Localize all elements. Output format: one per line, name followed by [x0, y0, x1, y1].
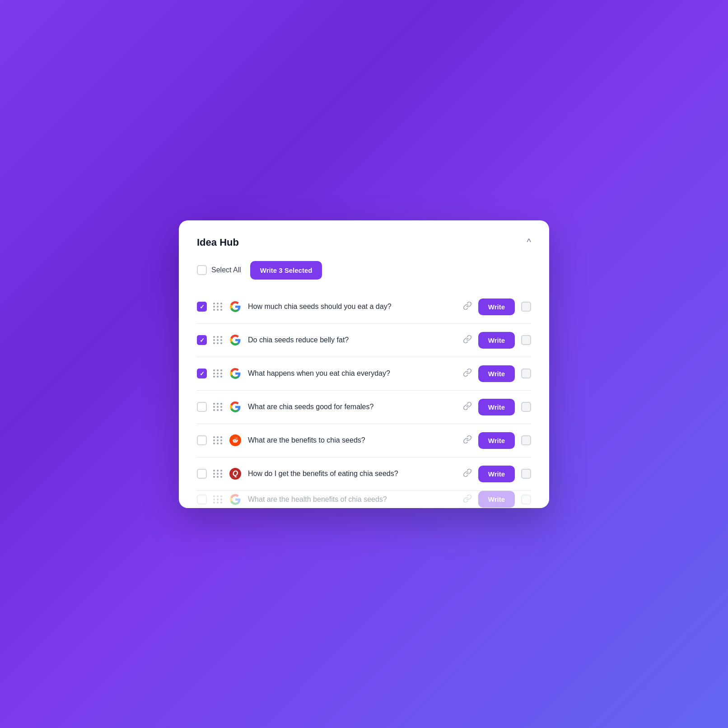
row-select-checkbox[interactable] [521, 435, 531, 445]
quora-logo: Q [229, 468, 241, 480]
write-button[interactable]: Write [478, 299, 515, 315]
row-select-checkbox[interactable] [521, 495, 531, 504]
row-select-checkbox[interactable] [521, 335, 531, 345]
drag-handle-icon [213, 369, 223, 378]
collapse-icon[interactable]: ^ [527, 237, 531, 247]
list-item: What are the health benefits of chia see… [197, 491, 531, 508]
row-select-checkbox[interactable] [521, 302, 531, 312]
select-all-checkbox[interactable] [197, 265, 207, 275]
drag-handle-icon [213, 436, 223, 444]
write-button[interactable]: Write [478, 466, 515, 482]
list-item: What are the benefits to chia seeds? Wri… [197, 424, 531, 457]
write-button[interactable]: Write [478, 491, 515, 508]
item-text: How much chia seeds should you eat a day… [248, 303, 457, 311]
google-icon [229, 401, 242, 413]
reddit-icon [229, 434, 242, 447]
drag-handle-icon [213, 495, 223, 504]
link-icon[interactable] [463, 494, 472, 505]
link-icon[interactable] [463, 368, 472, 379]
link-icon[interactable] [463, 335, 472, 345]
drag-handle-icon [213, 336, 223, 344]
idea-hub-card: Idea Hub ^ Select All Write 3 Selected H… [179, 220, 549, 508]
link-icon[interactable] [463, 301, 472, 312]
select-all-label: Select All [211, 266, 241, 274]
google-icon [229, 493, 242, 506]
quora-icon: Q [229, 467, 242, 480]
items-list: How much chia seeds should you eat a day… [197, 290, 531, 508]
item-checkbox[interactable] [197, 335, 207, 345]
card-header: Idea Hub ^ [197, 237, 531, 248]
item-checkbox[interactable] [197, 369, 207, 378]
list-item: Do chia seeds reduce belly fat? Write [197, 324, 531, 357]
toolbar: Select All Write 3 Selected [197, 261, 531, 280]
item-text: What are the health benefits of chia see… [248, 495, 457, 504]
write-button[interactable]: Write [478, 432, 515, 449]
item-text: How do I get the benefits of eating chia… [248, 470, 457, 478]
item-checkbox[interactable] [197, 495, 207, 504]
row-select-checkbox[interactable] [521, 469, 531, 479]
item-text: What are the benefits to chia seeds? [248, 436, 457, 444]
list-item: QHow do I get the benefits of eating chi… [197, 457, 531, 491]
write-button[interactable]: Write [478, 332, 515, 349]
drag-handle-icon [213, 403, 223, 411]
row-select-checkbox[interactable] [521, 402, 531, 412]
google-icon [229, 334, 242, 346]
drag-handle-icon [213, 303, 223, 311]
list-item: How much chia seeds should you eat a day… [197, 290, 531, 324]
select-all-wrapper[interactable]: Select All [197, 265, 241, 275]
item-checkbox[interactable] [197, 435, 207, 445]
link-icon[interactable] [463, 401, 472, 412]
item-checkbox[interactable] [197, 402, 207, 412]
link-icon[interactable] [463, 468, 472, 479]
list-item: What are chia seeds good for females? Wr… [197, 391, 531, 424]
item-checkbox[interactable] [197, 302, 207, 312]
reddit-logo [229, 434, 241, 446]
item-text: What happens when you eat chia everyday? [248, 369, 457, 378]
write-button[interactable]: Write [478, 365, 515, 382]
link-icon[interactable] [463, 435, 472, 446]
write-selected-button[interactable]: Write 3 Selected [250, 261, 322, 280]
google-icon [229, 300, 242, 313]
item-text: What are chia seeds good for females? [248, 403, 457, 411]
drag-handle-icon [213, 470, 223, 478]
write-button[interactable]: Write [478, 399, 515, 415]
list-item: What happens when you eat chia everyday?… [197, 357, 531, 391]
card-title: Idea Hub [197, 237, 239, 248]
item-checkbox[interactable] [197, 469, 207, 479]
google-icon [229, 367, 242, 380]
row-select-checkbox[interactable] [521, 369, 531, 378]
item-text: Do chia seeds reduce belly fat? [248, 336, 457, 344]
